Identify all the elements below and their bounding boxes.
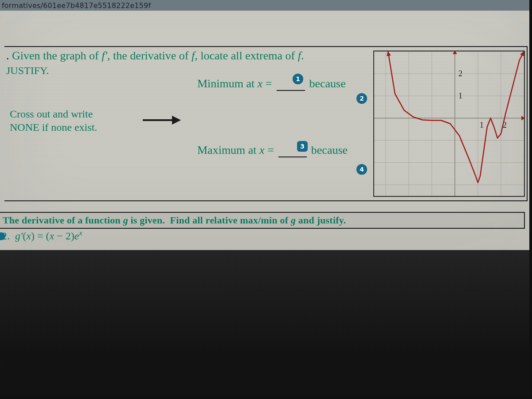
problem-1-prompt: . Given the graph of f′, the derivative … xyxy=(6,48,304,78)
badge-3[interactable]: 3 xyxy=(297,141,308,152)
problem-2-number: 2. xyxy=(0,230,10,242)
minimum-label: Minimum at x = xyxy=(197,77,272,90)
maximum-label: Maximum at x = xyxy=(197,144,274,157)
badge-4[interactable]: 4 xyxy=(356,164,367,175)
arrow-icon xyxy=(142,113,182,127)
problem-2-exp: x xyxy=(79,229,82,237)
minimum-because: because xyxy=(309,77,346,90)
worksheet-page: . Given the graph of f′, the derivative … xyxy=(0,11,532,250)
address-bar-text: formatives/601ee7b4817e5518222e159f xyxy=(2,1,151,10)
svg-marker-16 xyxy=(453,51,457,54)
derivative-graph: 1212 xyxy=(373,51,525,197)
badge-1[interactable]: 1 xyxy=(293,74,303,84)
desk-area xyxy=(0,250,532,399)
cross-out-line-2: NONE if none exist. xyxy=(10,121,97,134)
problem-2-header-text: The derivative of a function g is given.… xyxy=(3,215,346,226)
problem-1-text: Given the graph of f′, the derivative of… xyxy=(12,49,304,62)
svg-text:1: 1 xyxy=(480,121,484,129)
address-bar: formatives/601ee7b4817e5518222e159f xyxy=(0,0,532,11)
problem-1-bullet: . xyxy=(6,49,12,62)
badge-2[interactable]: 2 xyxy=(356,93,367,104)
svg-text:2: 2 xyxy=(458,69,462,78)
problem-2-equation: 2. g′(x) = (x − 2)ex xyxy=(0,229,82,242)
derivative-graph-svg: 1212 xyxy=(374,51,524,196)
svg-text:1: 1 xyxy=(458,91,462,100)
svg-marker-17 xyxy=(521,116,524,121)
cross-out-note: Cross out and write NONE if none exist. xyxy=(10,107,97,134)
svg-marker-1 xyxy=(172,116,181,125)
maximum-because: because xyxy=(311,144,348,157)
problem-2-header: The derivative of a function g is given.… xyxy=(0,212,525,229)
problem-1-justify: JUSTIFY. xyxy=(6,63,304,78)
screen-root: formatives/601ee7b4817e5518222e159f . Gi… xyxy=(0,0,532,399)
svg-marker-22 xyxy=(387,51,391,56)
cross-out-line-1: Cross out and write xyxy=(10,107,97,121)
minimum-line: Minimum at x = 1 because xyxy=(197,77,346,90)
maximum-line: Maximum at x = 3 because xyxy=(197,144,348,157)
